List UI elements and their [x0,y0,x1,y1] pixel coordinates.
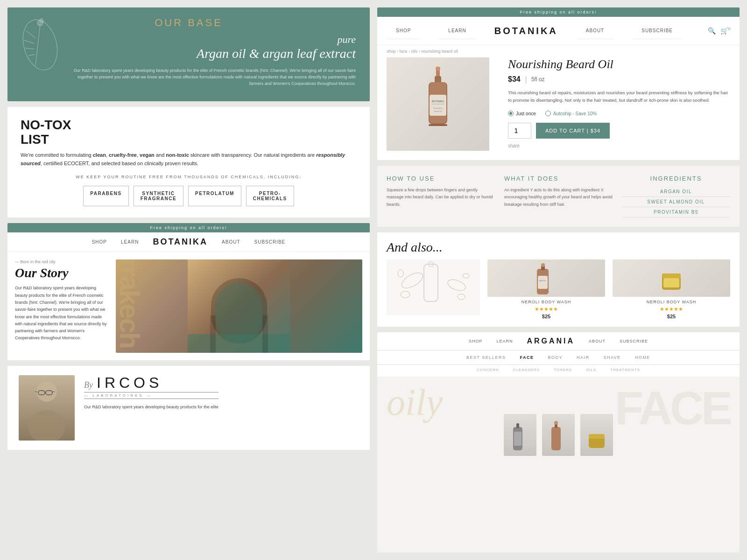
svg-point-43 [541,263,545,267]
ircos-logo: IRCOS [97,375,162,390]
argania-sub-nav: CONCERN CLEANSERS TONERS OILS TREATMENTS [377,365,740,377]
notox-subheading: WE KEEP YOUR ROUTINE FREE FROM THOUSANDS… [21,175,357,179]
product-size: 5fl oz [531,76,545,83]
svg-rect-52 [551,427,561,450]
story-nav: SHOP LEARN BOTANIKA ABOUT Subscribe [7,232,370,252]
just-once-option[interactable]: Just once [508,111,536,116]
badge-parabens: PARABENS [83,186,128,206]
face-watermark: FACE [615,381,730,435]
svg-rect-44 [538,276,548,289]
argania-bottle-2 [549,418,568,453]
svg-point-39 [463,273,469,278]
story-text-body: Our R&D laboratory spent years developin… [15,285,108,342]
cart-icon[interactable]: 🛒0 [720,27,730,35]
ingredient-2: SWEET ALMOND OIL [622,197,730,207]
argania-nav-learn[interactable]: LEARN [496,339,513,343]
argania-products [504,414,613,456]
ircos-text: By IRCOS — LABORATOIRES — Our R&D labora… [84,375,218,411]
argania-product-1[interactable] [504,414,536,456]
neroli-bottle-1: NEROLI [535,262,558,294]
story-nav-about[interactable]: ABOUT [222,239,240,245]
argania-sub-toners[interactable]: TONERS [554,368,572,372]
argania-cat-shave[interactable]: SHAVE [604,355,621,360]
search-icon[interactable]: 🔍 [708,27,716,35]
svg-rect-12 [188,334,290,353]
story-nav-learn[interactable]: LEARN [121,239,139,245]
svg-line-4 [25,48,34,49]
argania-sub-cleansers[interactable]: CLEANSERS [513,368,539,372]
svg-rect-47 [662,273,681,278]
svg-text:Beard Oil: Beard Oil [434,110,442,112]
how-to-use-section: HOW TO USE Squeeze a few drops between f… [387,175,495,217]
ircos-photo-inner [19,375,75,441]
svg-rect-24 [435,76,441,83]
argania-nav-shop[interactable]: SHOP [469,339,483,343]
argania-cat-hair[interactable]: HAIR [577,355,590,360]
story-nav-shop[interactable]: SHOP [92,239,107,245]
svg-text:Nourishing: Nourishing [433,107,442,109]
argania-nav-subscribe[interactable]: Subscribe [620,339,648,343]
autoship-option[interactable]: Autoship - Save 10% [545,111,597,116]
ircos-panel: By IRCOS — LABORATOIRES — Our R&D labora… [7,366,370,450]
argania-panel: SHOP LEARN ARGANIA ABOUT Subscribe BEST … [377,332,740,553]
product-nav-shop[interactable]: SHOP [387,22,420,39]
product-nav: SHOP LEARN BOTANIKA ABOUT Subscribe 🔍 🛒0 [377,17,740,45]
just-once-radio[interactable] [508,111,514,116]
product-body: BOTANIKA Nourishing Beard Oil Nourishing… [377,57,740,160]
svg-text:NEROLI: NEROLI [539,280,546,282]
oily-watermark: oily [387,381,443,424]
product-card-stars-1: ★★★★★ [535,306,558,312]
argania-cat-bestsellers[interactable]: BEST SELLERS [466,355,506,360]
product-image-box: BOTANIKA Nourishing Beard Oil [387,57,489,151]
argania-cat-home[interactable]: HOME [635,355,650,360]
story-image-area: Marrakech [116,259,362,353]
leaf-icon [14,14,66,75]
story-free-shipping: Free shipping on all orders! [7,223,370,232]
argania-category-nav: BEST SELLERS FACE BODY HAIR SHAVE HOME [377,350,740,365]
svg-point-37 [401,291,410,298]
argania-product-2[interactable] [542,414,575,456]
argania-sub-concern[interactable]: CONCERN [477,368,499,372]
badge-petrochem: PETRO-CHEMICALS [246,186,294,206]
product-card-price-1: $25 [542,314,550,319]
argania-nav-about[interactable]: ABOUT [589,339,606,343]
pure-text: pure [68,34,356,46]
argania-product-3[interactable] [580,414,613,456]
our-base-title: OUR BASE [21,17,356,29]
argania-sub-treatments[interactable]: TREATMENTS [610,368,640,372]
svg-rect-13 [210,315,216,353]
argania-sub-oils[interactable]: OILS [586,368,596,372]
quantity-input[interactable] [508,123,531,139]
left-column: OUR BASE pure Argan oil & argan leaf ext… [7,7,370,553]
svg-rect-51 [514,432,521,446]
argania-cat-face[interactable]: FACE [520,355,534,360]
what-it-does-text: An ingredient Y acts to do this along wi… [504,187,613,208]
also-illustration: NEROLI NEROLI BODY WASH ★★★★★ $25 NEROLI… [387,259,730,319]
product-brand-logo: BOTANIKA [494,26,558,36]
person-silhouette [19,375,75,441]
story-nav-subscribe[interactable]: Subscribe [254,239,286,245]
product-title: Nourishing Beard Oil [508,57,730,71]
autoship-radio[interactable] [545,111,551,116]
price-row: $34 | 5fl oz [508,75,730,84]
share-text[interactable]: share [508,143,730,148]
story-subtitle: Born in the red city [15,259,108,264]
add-to-cart-button[interactable]: ADD TO CART | $34 [536,123,610,139]
right-column: Free shipping on all orders! SHOP LEARN … [377,7,740,553]
story-text: Born in the red city Our Story Our R&D l… [15,259,108,353]
product-image-col: BOTANIKA Nourishing Beard Oil [387,57,499,151]
argania-cat-body[interactable]: BODY [548,355,563,360]
also-panel: And also... [377,232,740,327]
svg-rect-32 [429,124,447,126]
product-panel: Free shipping on all orders! SHOP LEARN … [377,7,740,160]
our-base-description: Our R&D laboratory spent years developin… [68,67,356,87]
product-nav-subscribe[interactable]: Subscribe [632,22,682,39]
our-base-panel: OUR BASE pure Argan oil & argan leaf ext… [7,7,370,101]
svg-point-16 [28,410,65,441]
ircos-description: Our R&D laboratory spent years developin… [84,404,218,411]
product-nav-about[interactable]: ABOUT [577,22,613,39]
ingredients-section: INGREDIENTS ARGAN OIL SWEET ALMOND OIL P… [622,175,730,217]
bottle-illustration: BOTANIKA Nourishing Beard Oil [419,67,457,141]
product-nav-learn[interactable]: LEARN [439,22,475,39]
badge-petrolatum: PETROLATUM [188,186,241,206]
